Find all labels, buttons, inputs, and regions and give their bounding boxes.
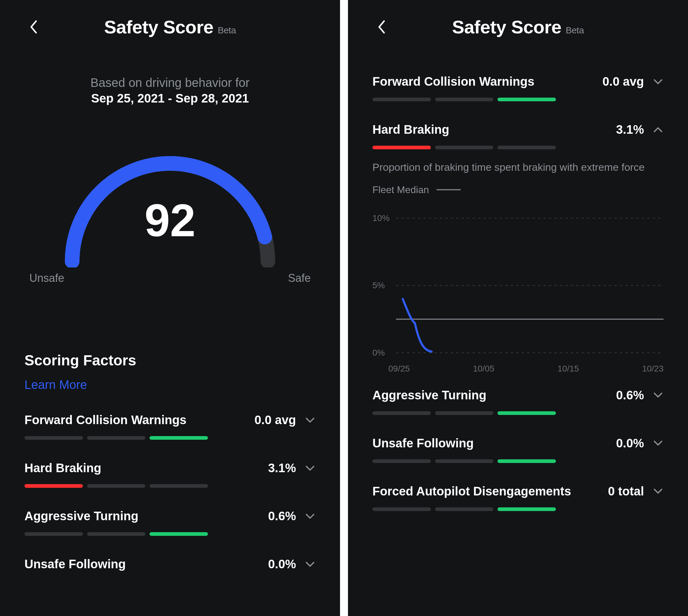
back-button[interactable] xyxy=(24,18,43,36)
factor-value: 0.0% xyxy=(268,557,296,571)
beta-badge: Beta xyxy=(218,25,236,36)
factor-aggressive-turning: Aggressive Turning 0.6% xyxy=(372,388,664,415)
factor-value: 3.1% xyxy=(268,461,296,475)
header: Safety Score Beta xyxy=(372,8,664,45)
safety-score-screen-detail: Safety Score Beta Forward Collision Warn… xyxy=(348,0,688,616)
factor-hard-braking: Hard Braking 3.1% Proportion of braking … xyxy=(372,123,664,374)
factor-value: 0.6% xyxy=(268,509,296,523)
safety-score-screen-overview: Safety Score Beta Based on driving behav… xyxy=(0,0,340,616)
factor-bar xyxy=(24,436,208,440)
gauge-label-unsafe: Unsafe xyxy=(29,272,64,285)
factor-bar xyxy=(24,484,208,488)
factor-label: Hard Braking xyxy=(24,461,101,475)
date-range-caption: Based on driving behavior for xyxy=(24,76,316,90)
chevron-down-icon xyxy=(304,415,316,426)
factor-bar xyxy=(24,532,208,536)
factor-row[interactable]: Unsafe Following 0.0% xyxy=(24,557,316,571)
factor-row[interactable]: Aggressive Turning 0.6% xyxy=(372,388,664,402)
factor-row[interactable]: Hard Braking 3.1% xyxy=(372,123,664,136)
beta-badge: Beta xyxy=(566,25,584,36)
xtick: 09/25 xyxy=(388,364,410,374)
factor-description: Proportion of braking time spent braking… xyxy=(372,160,664,174)
factor-value: 0.0 avg xyxy=(254,413,296,427)
factor-bar xyxy=(372,146,556,149)
factor-row[interactable]: Aggressive Turning 0.6% xyxy=(24,509,316,523)
factor-label: Aggressive Turning xyxy=(24,509,139,523)
factor-row[interactable]: Forward Collision Warnings 0.0 avg xyxy=(372,75,664,88)
chevron-down-icon xyxy=(652,486,664,497)
header: Safety Score Beta xyxy=(24,8,316,45)
factor-value: 0.6% xyxy=(616,388,644,402)
factor-unsafe-following: Unsafe Following 0.0% xyxy=(24,557,316,571)
factor-label: Aggressive Turning xyxy=(372,388,486,402)
chevron-down-icon xyxy=(652,390,664,400)
chevron-down-icon xyxy=(652,438,664,448)
factor-label: Forward Collision Warnings xyxy=(372,75,534,88)
learn-more-link[interactable]: Learn More xyxy=(24,378,87,392)
page-title-text: Safety Score xyxy=(452,17,561,38)
factor-bar xyxy=(372,507,556,511)
score-value: 92 xyxy=(54,194,286,247)
factor-value: 0.0% xyxy=(616,436,644,450)
factor-hard-braking: Hard Braking 3.1% xyxy=(24,461,316,488)
back-button[interactable] xyxy=(372,18,391,36)
page-title: Safety Score Beta xyxy=(452,17,584,38)
factor-aggressive-turning: Aggressive Turning 0.6% xyxy=(24,509,316,536)
hard-braking-chart: 10% 5% 0% xyxy=(372,209,664,362)
factor-forward-collision: Forward Collision Warnings 0.0 avg xyxy=(24,413,316,440)
chart-legend: Fleet Median xyxy=(372,184,664,196)
factor-label: Hard Braking xyxy=(372,123,449,136)
factor-bar xyxy=(372,411,556,415)
xtick: 10/23 xyxy=(642,364,664,374)
factor-forward-collision: Forward Collision Warnings 0.0 avg xyxy=(372,75,664,101)
factor-label: Unsafe Following xyxy=(372,436,474,450)
factor-bar xyxy=(372,97,556,101)
legend-label: Fleet Median xyxy=(372,184,429,196)
factor-value: 0 total xyxy=(608,484,644,498)
page-title: Safety Score Beta xyxy=(104,17,236,38)
page-title-text: Safety Score xyxy=(104,17,213,38)
legend-line-icon xyxy=(436,189,461,190)
factor-value: 0.0 avg xyxy=(602,75,644,88)
chart-xaxis: 09/25 10/05 10/15 10/23 xyxy=(372,364,664,374)
xtick: 10/15 xyxy=(557,364,579,374)
chevron-down-icon xyxy=(304,463,316,474)
scoring-factors-heading: Scoring Factors xyxy=(24,352,316,369)
chevron-down-icon xyxy=(652,76,664,87)
factor-row[interactable]: Unsafe Following 0.0% xyxy=(372,436,664,450)
factor-label: Unsafe Following xyxy=(24,557,126,571)
factor-label: Forward Collision Warnings xyxy=(24,413,186,427)
date-range: Based on driving behavior for Sep 25, 20… xyxy=(24,76,316,105)
factor-label: Forced Autopilot Disengagements xyxy=(372,484,571,498)
chevron-down-icon xyxy=(304,511,316,522)
gauge-label-safe: Safe xyxy=(288,272,311,285)
date-range-value: Sep 25, 2021 - Sep 28, 2021 xyxy=(24,91,316,105)
factor-value: 3.1% xyxy=(616,123,644,136)
factor-row[interactable]: Forward Collision Warnings 0.0 avg xyxy=(24,413,316,427)
factor-unsafe-following: Unsafe Following 0.0% xyxy=(372,436,664,463)
score-gauge: 92 Unsafe Safe xyxy=(24,139,316,285)
chevron-up-icon xyxy=(652,124,664,135)
chevron-down-icon xyxy=(304,559,316,570)
xtick: 10/05 xyxy=(473,364,495,374)
factor-row[interactable]: Hard Braking 3.1% xyxy=(24,461,316,475)
factor-row[interactable]: Forced Autopilot Disengagements 0 total xyxy=(372,484,664,498)
factor-forced-autopilot-disengagements: Forced Autopilot Disengagements 0 total xyxy=(372,484,664,511)
factor-bar xyxy=(372,459,556,463)
